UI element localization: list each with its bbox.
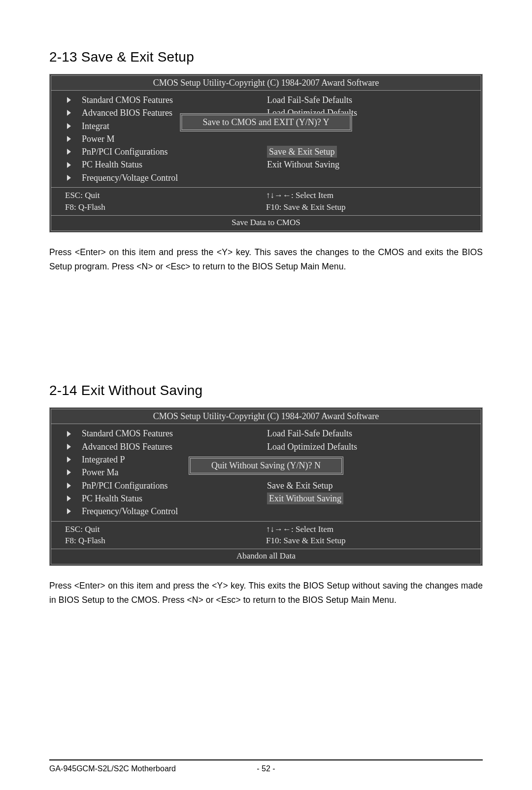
menu-item[interactable]: Load Fail-Safe Defaults — [266, 427, 475, 440]
menu-label: Integrat — [82, 120, 109, 132]
menu-item[interactable]: Power M — [57, 132, 266, 145]
menu-label: PC Health Status — [82, 159, 142, 170]
menu-item[interactable]: Frequency/Voltage Control — [57, 171, 266, 184]
key-hint: ESC: Quit — [65, 524, 266, 535]
menu-item[interactable]: PC Health Status — [57, 492, 266, 505]
menu-label: PnP/PCI Configurations — [82, 480, 168, 492]
caret-icon — [67, 110, 71, 116]
bios-panel-exit-nosave: CMOS Setup Utility-Copyright (C) 1984-20… — [49, 407, 483, 566]
bios-left-col: Standard CMOS Features Advanced BIOS Fea… — [57, 94, 266, 184]
menu-item[interactable]: Save & Exit Setup — [266, 479, 475, 492]
bios-keybar: ESC: Quit F8: Q-Flash ↑↓→←: Select Item … — [51, 187, 481, 215]
caret-icon — [67, 444, 71, 450]
caret-icon — [67, 457, 71, 462]
caret-icon — [67, 149, 71, 155]
menu-item[interactable]: Standard CMOS Features — [57, 427, 266, 440]
page-footer: GA-945GCM-S2L/S2C Motherboard - 52 - — [49, 764, 483, 773]
menu-label-highlighted: Save & Exit Setup — [267, 146, 337, 158]
menu-label: PC Health Status — [82, 493, 142, 504]
key-hint: ↑↓→←: Select Item — [266, 190, 467, 201]
bios-help: Abandon all Data — [51, 549, 481, 564]
menu-label: Load Optimized Defaults — [267, 441, 357, 453]
bios-title: CMOS Setup Utility-Copyright (C) 1984-20… — [51, 76, 481, 91]
menu-label: Standard CMOS Features — [82, 428, 173, 439]
menu-item[interactable]: Exit Without Saving — [266, 492, 475, 505]
menu-item[interactable]: Save & Exit Setup — [266, 145, 475, 158]
key-hint: F10: Save & Exit Setup — [266, 201, 467, 213]
menu-item[interactable]: Standard CMOS Features — [57, 94, 266, 106]
bios-keybar: ESC: Quit F8: Q-Flash ↑↓→←: Select Item … — [51, 521, 481, 549]
menu-label: Frequency/Voltage Control — [82, 172, 178, 184]
menu-item[interactable]: Load Optimized Defaults — [266, 440, 475, 453]
menu-item — [266, 132, 475, 145]
menu-label: Advanced BIOS Features — [82, 107, 172, 119]
menu-label-highlighted: Exit Without Saving — [267, 493, 343, 504]
caret-icon — [67, 431, 71, 437]
menu-label: Exit Without Saving — [267, 159, 339, 170]
caret-icon — [67, 162, 71, 168]
footer-rule — [49, 759, 483, 760]
section-description: Press <Enter> on this item and press the… — [49, 579, 483, 607]
menu-label: Advanced BIOS Features — [82, 441, 172, 453]
caret-icon — [67, 136, 71, 142]
menu-item[interactable]: PC Health Status — [57, 158, 266, 171]
bios-right-col: Load Fail-Safe Defaults Load Optimized D… — [266, 94, 475, 184]
footer-page: - 52 - — [240, 764, 292, 773]
confirm-dialog-quit[interactable]: Quit Without Saving (Y/N)? N — [189, 457, 343, 475]
key-hint: F8: Q-Flash — [65, 201, 266, 213]
caret-icon — [67, 483, 71, 489]
caret-icon — [67, 97, 71, 103]
menu-item[interactable]: PnP/PCI Configurations — [57, 145, 266, 158]
menu-label: Integrated P — [82, 454, 125, 465]
caret-icon — [67, 175, 71, 181]
key-hint: ↑↓→←: Select Item — [266, 524, 467, 535]
confirm-dialog-save[interactable]: Save to CMOS and EXIT (Y/N)? Y — [180, 113, 352, 132]
footer-model: GA-945GCM-S2L/S2C Motherboard — [49, 764, 240, 773]
bios-help: Save Data to CMOS — [51, 215, 481, 230]
menu-item[interactable]: Load Fail-Safe Defaults — [266, 94, 475, 106]
menu-label: Power M — [82, 133, 115, 145]
menu-item[interactable]: Exit Without Saving — [266, 158, 475, 171]
section-heading-exit-nosave: 2-14 Exit Without Saving — [49, 383, 483, 398]
section-heading-save-exit: 2-13 Save & Exit Setup — [49, 49, 483, 65]
caret-icon — [67, 123, 71, 129]
menu-label: Standard CMOS Features — [82, 94, 173, 106]
bios-panel-save-exit: CMOS Setup Utility-Copyright (C) 1984-20… — [49, 74, 483, 232]
key-hint: ESC: Quit — [65, 190, 266, 201]
key-hint: F8: Q-Flash — [65, 535, 266, 547]
key-hint: F10: Save & Exit Setup — [266, 535, 467, 547]
bios-menu-body: Standard CMOS Features Advanced BIOS Fea… — [51, 91, 481, 187]
menu-item[interactable]: PnP/PCI Configurations — [57, 479, 266, 492]
menu-label: PnP/PCI Configurations — [82, 146, 168, 158]
menu-label: Load Fail-Safe Defaults — [267, 94, 352, 106]
bios-title: CMOS Setup Utility-Copyright (C) 1984-20… — [51, 409, 481, 424]
caret-icon — [67, 495, 71, 501]
section-description: Press <Enter> on this item and press the… — [49, 245, 483, 274]
menu-label: Power Ma — [82, 466, 119, 478]
menu-item[interactable]: Advanced BIOS Features — [57, 440, 266, 453]
caret-icon — [67, 508, 71, 514]
menu-label: Frequency/Voltage Control — [82, 505, 178, 517]
caret-icon — [67, 469, 71, 475]
menu-label: Load Fail-Safe Defaults — [267, 428, 352, 439]
menu-item[interactable]: Frequency/Voltage Control — [57, 505, 266, 518]
menu-label: Save & Exit Setup — [267, 480, 333, 492]
